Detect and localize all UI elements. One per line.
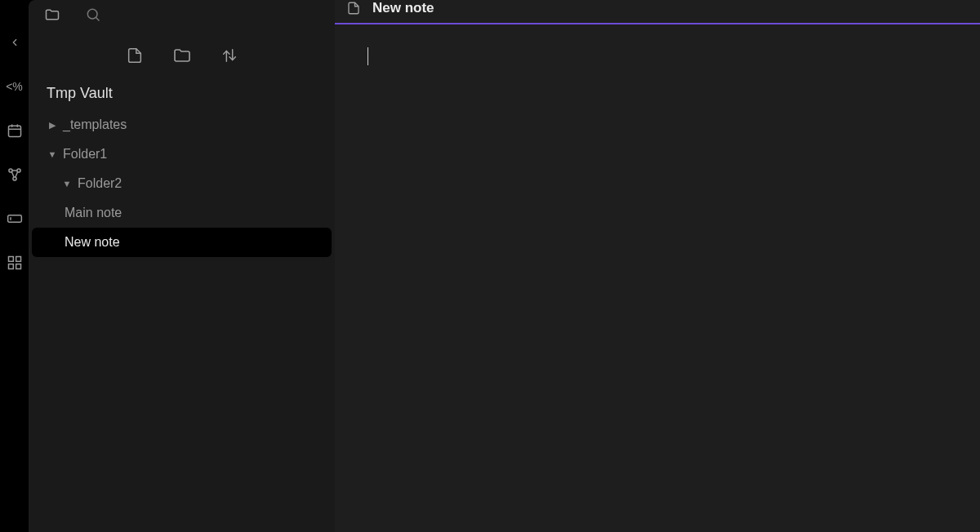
editor-tab-header[interactable]: New note <box>335 0 980 24</box>
sidebar-toolbar <box>29 29 335 78</box>
sidebar-tabs <box>29 0 335 29</box>
svg-line-8 <box>15 171 17 177</box>
daily-note-icon[interactable] <box>5 121 24 140</box>
tree-folder-templates[interactable]: ▶ _templates <box>29 110 335 140</box>
editor-area[interactable] <box>335 24 980 532</box>
command-palette-icon[interactable] <box>5 209 24 228</box>
canvas-icon[interactable] <box>5 253 24 273</box>
svg-rect-0 <box>8 126 20 136</box>
tree-label: Main note <box>65 206 122 220</box>
svg-line-17 <box>96 17 99 20</box>
tree-folder-folder1[interactable]: ▼ Folder1 <box>29 140 335 169</box>
editor-tab-title: New note <box>372 0 434 16</box>
new-note-button[interactable] <box>123 44 146 67</box>
tab-file-explorer[interactable] <box>35 2 69 27</box>
tree-folder-folder2[interactable]: ▼ Folder2 <box>29 169 335 198</box>
new-folder-button[interactable] <box>171 44 194 67</box>
chevron-down-icon: ▼ <box>61 179 73 188</box>
tree-label: Folder1 <box>63 147 107 162</box>
svg-rect-12 <box>8 257 13 262</box>
tree-label: New note <box>65 235 120 250</box>
chevron-right-icon: ▶ <box>47 120 58 131</box>
sidebar: Tmp Vault ▶ _templates ▼ Folder1 ▼ Folde… <box>29 0 335 532</box>
templater-icon[interactable]: <% <box>5 77 24 96</box>
tree-label: _templates <box>63 117 127 132</box>
svg-rect-15 <box>16 264 20 269</box>
vault-name[interactable]: Tmp Vault <box>29 78 335 110</box>
tree-label: Folder2 <box>78 176 122 191</box>
text-cursor <box>368 47 368 65</box>
tree-file-new-note[interactable]: New note <box>32 228 332 257</box>
main-pane: New note <box>335 0 980 532</box>
file-icon <box>346 0 361 16</box>
file-tree: ▶ _templates ▼ Folder1 ▼ Folder2 Main no… <box>29 110 335 532</box>
collapse-icon[interactable] <box>5 33 24 52</box>
left-ribbon: <% <box>0 0 29 532</box>
tab-search[interactable] <box>76 2 110 27</box>
svg-line-7 <box>11 171 14 177</box>
svg-point-16 <box>87 9 97 19</box>
sort-button[interactable] <box>218 44 241 67</box>
chevron-down-icon: ▼ <box>47 149 58 159</box>
svg-rect-10 <box>7 215 21 222</box>
tree-file-main-note[interactable]: Main note <box>29 198 335 228</box>
svg-rect-14 <box>8 264 13 269</box>
graph-view-icon[interactable] <box>5 165 24 184</box>
svg-rect-13 <box>16 257 20 262</box>
